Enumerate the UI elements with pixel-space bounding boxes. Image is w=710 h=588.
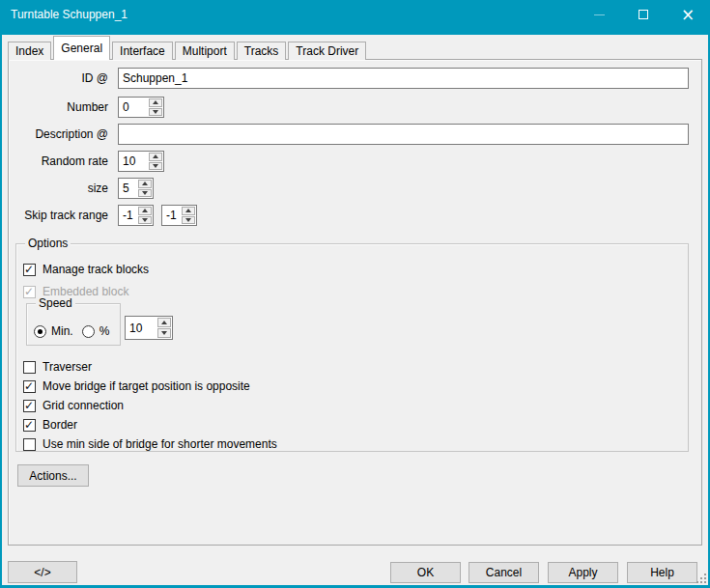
use-min-side-label[interactable]: Use min side of bridge for shorter movem… — [43, 437, 277, 451]
spin-up-icon — [153, 154, 158, 158]
number-label: Number — [14, 97, 108, 118]
code-view-button[interactable]: </> — [8, 561, 77, 583]
speed-groupbox: Speed Min. % — [26, 303, 121, 346]
tab-general[interactable]: General — [53, 36, 110, 60]
id-input[interactable] — [118, 68, 689, 89]
number-spinner[interactable]: 0 — [118, 97, 164, 118]
tab-tracks[interactable]: Tracks — [237, 42, 287, 60]
tab-interface[interactable]: Interface — [112, 42, 173, 60]
spin-up-icon — [153, 100, 158, 104]
titlebar[interactable]: Turntable Schuppen_1 × — [0, 0, 710, 35]
traverser-label[interactable]: Traverser — [43, 360, 92, 374]
number-spin-down-button[interactable] — [149, 108, 162, 117]
description-label: Description @ — [14, 124, 108, 145]
manage-track-blocks-label[interactable]: Manage track blocks — [43, 263, 149, 276]
dialog-window: Turntable Schuppen_1 × Index General Int… — [0, 0, 710, 588]
window-border-left — [0, 35, 2, 585]
apply-button[interactable]: Apply — [548, 562, 618, 583]
number-value[interactable]: 0 — [119, 98, 148, 117]
speed-spin-down-button[interactable] — [157, 328, 171, 338]
cancel-button[interactable]: Cancel — [469, 562, 539, 583]
actions-button[interactable]: Actions... — [17, 464, 89, 487]
speed-spin-up-button[interactable] — [157, 318, 171, 327]
spin-up-icon — [185, 209, 191, 212]
skip2-spin-down-button[interactable] — [182, 216, 195, 225]
spin-down-icon — [161, 331, 167, 335]
grid-connection-checkbox[interactable] — [23, 400, 36, 412]
maximize-button[interactable] — [621, 0, 666, 29]
border-checkbox[interactable] — [23, 419, 36, 432]
move-bridge-label[interactable]: Move bridge if target position is opposi… — [43, 379, 250, 393]
spin-down-icon — [153, 110, 158, 114]
window-title: Turntable Schuppen_1 — [11, 0, 128, 29]
speed-spinner[interactable]: 10 — [125, 316, 173, 340]
skip1-spin-up-button[interactable] — [138, 207, 152, 215]
minimize-button — [577, 0, 621, 29]
grid-connection-label[interactable]: Grid connection — [43, 399, 124, 412]
random-rate-spin-down-button[interactable] — [149, 162, 162, 171]
skip-track-range-value-2[interactable]: -1 — [162, 206, 181, 225]
id-label: ID @ — [14, 68, 108, 89]
grid-connection-row: Grid connection — [23, 399, 124, 412]
resize-grip[interactable] — [696, 574, 708, 585]
size-value[interactable]: 5 — [119, 179, 137, 198]
speed-radio-row: Min. % — [34, 324, 109, 338]
speed-group-title: Speed — [36, 296, 75, 310]
random-rate-spinner[interactable]: 10 — [118, 151, 164, 172]
tab-page-general: ID @ Number 0 Description @ Random rate … — [8, 59, 702, 546]
help-button[interactable]: Help — [627, 562, 697, 583]
maximize-icon — [639, 10, 648, 19]
border-label[interactable]: Border — [43, 418, 77, 432]
random-rate-label: Random rate — [14, 151, 108, 172]
spin-up-icon — [142, 209, 148, 212]
spin-down-icon — [185, 218, 191, 222]
speed-value[interactable]: 10 — [126, 317, 156, 339]
skip-track-range-spinner-2[interactable]: -1 — [161, 205, 197, 226]
random-rate-value[interactable]: 10 — [119, 152, 148, 171]
tab-strip: Index General Interface Multiport Tracks… — [8, 36, 368, 60]
use-min-side-checkbox[interactable] — [23, 438, 36, 451]
skip1-spin-down-button[interactable] — [138, 216, 152, 225]
spin-down-icon — [153, 164, 158, 168]
manage-track-blocks-checkbox[interactable] — [23, 264, 36, 276]
spin-down-icon — [142, 218, 148, 222]
size-spinner[interactable]: 5 — [118, 178, 154, 199]
random-rate-spin-up-button[interactable] — [149, 153, 162, 161]
ok-button[interactable]: OK — [390, 562, 461, 583]
number-spin-up-button[interactable] — [149, 98, 162, 107]
size-spin-up-button[interactable] — [138, 180, 152, 188]
move-bridge-checkbox[interactable] — [23, 380, 36, 393]
minimize-icon — [594, 14, 605, 15]
move-bridge-row: Move bridge if target position is opposi… — [23, 379, 250, 393]
speed-min-radio[interactable] — [34, 325, 46, 338]
embedded-block-checkbox — [23, 286, 36, 298]
resize-grip-icon — [696, 574, 698, 575]
tab-track-driver[interactable]: Track Driver — [288, 42, 366, 60]
tab-multiport[interactable]: Multiport — [175, 42, 235, 60]
speed-min-label[interactable]: Min. — [51, 324, 73, 338]
border-row: Border — [23, 418, 77, 432]
spin-up-icon — [142, 182, 148, 185]
manage-track-blocks-row: Manage track blocks — [23, 263, 149, 276]
traverser-row: Traverser — [23, 360, 92, 374]
spin-up-icon — [161, 321, 167, 324]
close-icon: × — [681, 7, 695, 23]
spin-down-icon — [142, 191, 148, 195]
options-groupbox: Options Manage track blocks Embedded blo… — [15, 243, 689, 452]
options-group-title: Options — [25, 237, 71, 250]
tab-index[interactable]: Index — [8, 42, 51, 60]
skip-track-range-value-1[interactable]: -1 — [119, 206, 137, 225]
description-input[interactable] — [118, 124, 689, 145]
use-min-side-row: Use min side of bridge for shorter movem… — [23, 437, 277, 451]
traverser-checkbox[interactable] — [23, 361, 36, 374]
skip-track-range-spinner-1[interactable]: -1 — [118, 205, 154, 226]
skip2-spin-up-button[interactable] — [182, 207, 195, 215]
speed-percent-radio[interactable] — [82, 325, 95, 338]
speed-percent-label[interactable]: % — [99, 324, 110, 338]
size-label: size — [14, 178, 108, 199]
close-button[interactable]: × — [666, 0, 710, 29]
skip-track-range-label: Skip track range — [14, 205, 108, 226]
size-spin-down-button[interactable] — [138, 189, 152, 198]
